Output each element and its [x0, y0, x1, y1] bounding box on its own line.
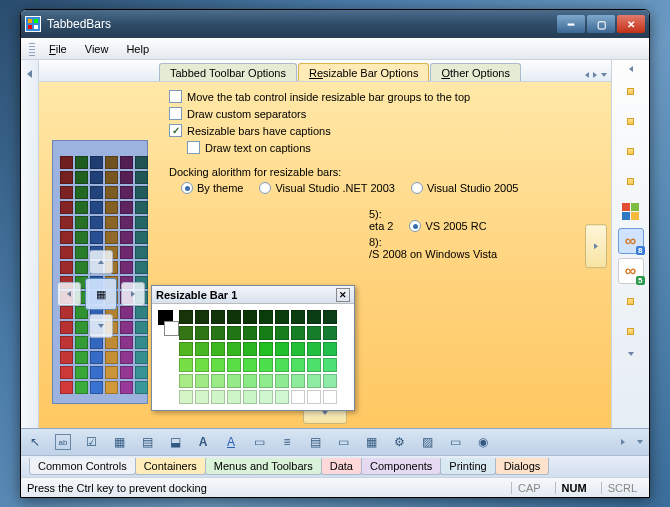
menu-help[interactable]: Help: [118, 40, 157, 58]
close-button[interactable]: ✕: [617, 15, 645, 33]
btab-printing[interactable]: Printing: [440, 458, 495, 475]
radio-by-theme[interactable]: [181, 182, 193, 194]
tab-scroll-left-icon[interactable]: [585, 72, 589, 78]
btab-dialogs[interactable]: Dialogs: [495, 458, 550, 475]
bottom-tabstrip: Common Controls Containers Menus and Too…: [21, 455, 649, 477]
status-num: NUM: [555, 482, 593, 494]
docking-guide[interactable]: ▦: [57, 250, 145, 338]
theme-rail: ∞8 ∞5: [611, 60, 649, 428]
textbox-icon[interactable]: ab: [55, 434, 71, 450]
btab-menus-toolbars[interactable]: Menus and Toolbars: [205, 458, 322, 475]
rail-office-icon[interactable]: [618, 318, 644, 344]
menu-gripper[interactable]: [29, 42, 35, 56]
rail-office-icon[interactable]: [618, 78, 644, 104]
minimize-button[interactable]: ━: [557, 15, 585, 33]
control-icon[interactable]: ▭: [251, 434, 267, 450]
dock-right-icon[interactable]: [121, 282, 145, 306]
pointer-icon[interactable]: ↖: [27, 434, 43, 450]
left-nav-rail: [21, 60, 39, 428]
app-window: TabbedBars ━ ▢ ✕ File View Help ▦: [20, 9, 650, 498]
dock-bottom-icon[interactable]: [89, 314, 113, 338]
btab-data[interactable]: Data: [321, 458, 362, 475]
tab-resizable-bar[interactable]: Resizable Bar Options: [298, 63, 429, 81]
rail-office-icon[interactable]: [618, 108, 644, 134]
row3-tail: /S 2008 on Windows Vista: [169, 248, 597, 260]
resizable-bar-popup[interactable]: Resizable Bar 1 ✕: [151, 285, 355, 411]
dock-center-icon[interactable]: ▦: [85, 278, 117, 310]
label-docking-algorithm: Docking alorithm for resizable bars:: [169, 166, 597, 178]
menu-view[interactable]: View: [77, 40, 117, 58]
bottom-dock: ↖ ab ☑ ▦ ▤ ⬓ A A ▭ ≡ ▤ ▭ ▦ ⚙ ▨ ▭ ◉: [21, 428, 649, 477]
maximize-button[interactable]: ▢: [587, 15, 615, 33]
tab-tabbed-toolbar[interactable]: Tabbed Toolbar Options: [159, 63, 297, 81]
app-icon: [25, 16, 41, 32]
view-icon[interactable]: ▤: [307, 434, 323, 450]
status-bar: Press the Ctrl key to prevent docking CA…: [21, 477, 649, 497]
menu-file[interactable]: File: [41, 40, 75, 58]
scroll-right-button[interactable]: [585, 224, 607, 268]
gear-icon[interactable]: ⚙: [391, 434, 407, 450]
tab-scroll-right-icon[interactable]: [593, 72, 597, 78]
checkbox-captions[interactable]: [169, 124, 182, 137]
window-title: TabbedBars: [47, 17, 557, 31]
dock-top-icon[interactable]: [89, 250, 113, 274]
control-icon[interactable]: ▦: [111, 434, 127, 450]
dock-left-icon[interactable]: [57, 282, 81, 306]
label-vs2003: Visual Studio .NET 2003: [275, 182, 394, 194]
rail-office-icon[interactable]: [618, 138, 644, 164]
fg-bg-swatches[interactable]: [158, 310, 173, 404]
rail-office-icon[interactable]: [618, 288, 644, 314]
toolshelf: ↖ ab ☑ ▦ ▤ ⬓ A A ▭ ≡ ▤ ▭ ▦ ⚙ ▨ ▭ ◉: [21, 429, 649, 455]
shelf-menu-icon[interactable]: [637, 440, 643, 444]
resizable-bar-title: Resizable Bar 1: [156, 289, 237, 301]
control-icon[interactable]: ⬓: [167, 434, 183, 450]
progress-icon[interactable]: ▭: [447, 434, 463, 450]
label-draw-sep: Draw custom separators: [187, 108, 306, 120]
list-icon[interactable]: ≡: [279, 434, 295, 450]
btab-containers[interactable]: Containers: [135, 458, 206, 475]
status-cap: CAP: [511, 482, 547, 494]
calendar-icon[interactable]: ▦: [363, 434, 379, 450]
close-icon[interactable]: ✕: [336, 288, 350, 302]
title-bar[interactable]: TabbedBars ━ ▢ ✕: [21, 10, 649, 38]
rail-vs5-icon[interactable]: ∞5: [618, 258, 644, 284]
checkbox-move-top[interactable]: [169, 90, 182, 103]
label-captions: Resizable bars have captions: [187, 125, 331, 137]
shelf-scroll-right-icon[interactable]: [621, 439, 625, 445]
rail-down-icon[interactable]: [628, 352, 634, 356]
image-icon[interactable]: ▨: [419, 434, 435, 450]
label-beta2: eta 2: [369, 220, 393, 232]
label-vs2005: Visual Studio 2005: [427, 182, 519, 194]
btab-components[interactable]: Components: [361, 458, 441, 475]
status-scrl: SCRL: [601, 482, 643, 494]
radio-vs2005[interactable]: [411, 182, 423, 194]
tab-other-options[interactable]: Other Options: [430, 63, 520, 81]
chevron-left-icon[interactable]: [27, 70, 32, 78]
status-text: Press the Ctrl key to prevent docking: [27, 482, 503, 494]
radio-vs2003[interactable]: [259, 182, 271, 194]
radio-vs2005rc[interactable]: [409, 220, 421, 232]
rail-windows-icon[interactable]: [618, 198, 644, 224]
checkbox-draw-text[interactable]: [187, 141, 200, 154]
radio-icon[interactable]: ◉: [475, 434, 491, 450]
rail-office-icon[interactable]: [618, 168, 644, 194]
checkbox-draw-sep[interactable]: [169, 107, 182, 120]
label-icon[interactable]: A: [195, 434, 211, 450]
tab-menu-icon[interactable]: [601, 73, 607, 77]
label-draw-text: Draw text on captions: [205, 142, 311, 154]
options-tabstrip: Tabbed Toolbar Options Resizable Bar Opt…: [39, 60, 611, 82]
link-icon[interactable]: A: [223, 434, 239, 450]
row3-suffix: 8):: [169, 236, 597, 248]
checkbox-icon[interactable]: ☑: [83, 434, 99, 450]
color-grid[interactable]: [179, 310, 337, 404]
btab-common-controls[interactable]: Common Controls: [29, 458, 136, 475]
menu-bar: File View Help: [21, 38, 649, 60]
label-by-theme: By theme: [197, 182, 243, 194]
label-vs2005rc: VS 2005 RC: [425, 220, 486, 232]
numeric-icon[interactable]: ▭: [335, 434, 351, 450]
label-move-top: Move the tab control inside resizable ba…: [187, 91, 470, 103]
rail-vs8-icon[interactable]: ∞8: [618, 228, 644, 254]
rail-up-icon[interactable]: [629, 66, 633, 72]
row2-suffix: 5):: [169, 208, 597, 220]
control-icon[interactable]: ▤: [139, 434, 155, 450]
